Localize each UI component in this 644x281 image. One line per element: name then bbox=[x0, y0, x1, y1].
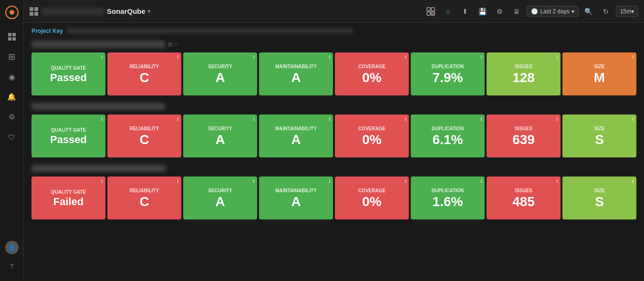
metric-value-size: M bbox=[594, 71, 605, 84]
metric-card-security-p2: ℹSecurityA bbox=[183, 114, 257, 157]
metric-value-issues: 128 bbox=[512, 71, 535, 84]
star-button[interactable]: ☆ bbox=[441, 4, 455, 19]
sidebar-item-dashboard[interactable]: ⊞ bbox=[3, 48, 21, 65]
metric-info-icon-3[interactable]: ℹ bbox=[329, 116, 331, 122]
metric-card-quality-gate-p2: ℹQuality GatePassed bbox=[31, 114, 105, 157]
metric-info-icon-2[interactable]: ℹ bbox=[253, 54, 255, 60]
sidebar-logo[interactable] bbox=[4, 5, 20, 20]
metric-info-icon-4[interactable]: ℹ bbox=[405, 116, 406, 122]
metric-label-quality-gate: Quality Gate bbox=[51, 65, 86, 71]
main-area: SonarQube ▾ ☆ ⬆ 💾 ⚙ 🖥 🕐 Last 2 days bbox=[24, 0, 644, 281]
metric-info-icon-5[interactable]: ℹ bbox=[480, 54, 482, 60]
metric-info-icon-6[interactable]: ℹ bbox=[556, 178, 558, 184]
metric-card-duplication-p3: ℹDuplication1.6% bbox=[411, 177, 485, 219]
sidebar-bottom: 👤 ? bbox=[3, 239, 21, 276]
metric-label-size: Size bbox=[594, 64, 604, 69]
metric-label-duplication: Duplication bbox=[432, 126, 464, 131]
metric-info-icon-2[interactable]: ℹ bbox=[253, 116, 255, 122]
metric-info-icon-7[interactable]: ℹ bbox=[632, 116, 634, 122]
metric-value-quality-gate: Passed bbox=[50, 135, 87, 145]
metric-value-duplication: 7.9% bbox=[433, 71, 463, 84]
settings-button[interactable]: ⚙ bbox=[492, 4, 507, 19]
metric-info-icon-6[interactable]: ℹ bbox=[556, 116, 558, 122]
metric-info-icon-4[interactable]: ℹ bbox=[405, 54, 406, 60]
metric-info-icon-7[interactable]: ℹ bbox=[632, 178, 634, 184]
project-header-1: ⊞ □ bbox=[31, 39, 636, 50]
topbar: SonarQube ▾ ☆ ⬆ 💾 ⚙ 🖥 🕐 Last 2 days bbox=[24, 0, 644, 23]
metric-info-icon-1[interactable]: ℹ bbox=[177, 116, 179, 122]
metric-label-maintainability: Maintainability bbox=[275, 188, 317, 193]
metric-info-icon-7[interactable]: ℹ bbox=[632, 54, 634, 60]
chevron-down-icon: ▾ bbox=[571, 8, 574, 15]
metric-info-icon-3[interactable]: ℹ bbox=[329, 54, 331, 60]
metric-info-icon-4[interactable]: ℹ bbox=[405, 178, 406, 184]
metric-label-reliability: Reliability bbox=[130, 188, 159, 193]
metric-value-reliability: C bbox=[139, 195, 149, 208]
metric-value-coverage: 0% bbox=[362, 133, 381, 146]
save-button[interactable]: 💾 bbox=[475, 4, 489, 19]
metric-info-icon-1[interactable]: ℹ bbox=[177, 178, 179, 184]
metric-info-icon-5[interactable]: ℹ bbox=[480, 116, 482, 122]
sidebar-item-settings[interactable]: ⚙ bbox=[3, 108, 21, 125]
chevron-down-icon-2: ▾ bbox=[631, 8, 634, 15]
project-icon-1a[interactable]: ⊞ bbox=[168, 41, 173, 48]
add-panel-button[interactable] bbox=[424, 4, 438, 19]
sidebar-item-apps[interactable] bbox=[3, 28, 21, 45]
metric-info-icon-1[interactable]: ℹ bbox=[177, 54, 179, 60]
metric-value-security: A bbox=[215, 195, 225, 208]
metric-info-icon-5[interactable]: ℹ bbox=[480, 178, 482, 184]
sidebar: ⊞ ◉ 🔔 ⚙ 🛡 👤 ? bbox=[0, 0, 24, 281]
metric-label-security: Security bbox=[208, 64, 232, 69]
share-button[interactable]: ⬆ bbox=[458, 4, 472, 19]
metric-label-reliability: Reliability bbox=[130, 126, 159, 131]
metric-info-icon-3[interactable]: ℹ bbox=[329, 178, 331, 184]
metric-card-duplication-p1: ℹDuplication7.9% bbox=[411, 52, 485, 95]
sidebar-item-shield[interactable]: 🛡 bbox=[3, 128, 21, 146]
project-section-2: ℹQuality GatePassedℹReliabilityCℹSecurit… bbox=[31, 101, 636, 157]
metric-info-icon-6[interactable]: ℹ bbox=[556, 54, 558, 60]
content-area: Project Key ⊞ □ ℹQuality GatePassedℹReli… bbox=[24, 23, 644, 281]
metric-info-icon-2[interactable]: ℹ bbox=[253, 178, 255, 184]
metric-value-security: A bbox=[215, 71, 225, 84]
metrics-grid-2: ℹQuality GatePassedℹReliabilityCℹSecurit… bbox=[31, 114, 636, 157]
sidebar-item-bell[interactable]: 🔔 bbox=[3, 88, 21, 105]
metric-label-coverage: Coverage bbox=[358, 64, 385, 69]
metric-value-maintainability: A bbox=[291, 195, 301, 208]
metric-card-size-p2: ℹSizeS bbox=[562, 114, 636, 157]
metric-value-coverage: 0% bbox=[362, 71, 381, 84]
user-avatar[interactable]: 👤 bbox=[5, 241, 19, 254]
metric-info-icon-0[interactable]: ℹ bbox=[101, 54, 103, 60]
metric-card-reliability-p1: ℹReliabilityC bbox=[107, 52, 181, 95]
metric-value-reliability: C bbox=[139, 71, 149, 84]
metric-info-icon-0[interactable]: ℹ bbox=[101, 116, 103, 122]
metric-card-reliability-p2: ℹReliabilityC bbox=[107, 114, 181, 157]
metric-value-issues: 485 bbox=[512, 195, 535, 208]
sidebar-item-help[interactable]: ? bbox=[3, 258, 21, 275]
metric-info-icon-0[interactable]: ℹ bbox=[101, 178, 103, 184]
refresh-interval-selector[interactable]: 15m ▾ bbox=[616, 6, 638, 17]
search-button[interactable]: 🔍 bbox=[582, 4, 596, 19]
metric-label-coverage: Coverage bbox=[358, 126, 385, 131]
refresh-button[interactable]: ↻ bbox=[599, 4, 613, 19]
metric-card-issues-p2: ℹIssues639 bbox=[487, 114, 561, 157]
project-key-bar: Project Key bbox=[31, 28, 636, 34]
time-range-selector[interactable]: 🕐 Last 2 days ▾ bbox=[527, 6, 578, 17]
metric-card-size-p3: ℹSizeS bbox=[562, 177, 636, 219]
screen-button[interactable]: 🖥 bbox=[509, 4, 524, 19]
clock-icon: 🕐 bbox=[531, 8, 538, 15]
apps-grid-icon[interactable] bbox=[30, 7, 38, 16]
metric-card-coverage-p2: ℹCoverage0% bbox=[335, 114, 409, 157]
sidebar-item-compass[interactable]: ◉ bbox=[3, 68, 21, 85]
svg-point-1 bbox=[10, 10, 14, 15]
svg-rect-3 bbox=[431, 8, 435, 11]
topbar-actions: ☆ ⬆ 💾 ⚙ 🖥 🕐 Last 2 days ▾ 🔍 ↻ 15m ▾ bbox=[424, 4, 638, 19]
metric-card-issues-p1: ℹIssues128 bbox=[487, 52, 561, 95]
topbar-dropdown-arrow[interactable]: ▾ bbox=[147, 8, 151, 15]
project-icon-1b[interactable]: □ bbox=[175, 41, 178, 48]
metric-label-issues: Issues bbox=[515, 64, 532, 69]
metric-value-maintainability: A bbox=[291, 133, 301, 146]
project-section-3: ℹQuality GateFailedℹReliabilityCℹSecurit… bbox=[31, 163, 636, 219]
metric-label-size: Size bbox=[594, 188, 604, 193]
metric-value-duplication: 1.6% bbox=[433, 195, 463, 208]
metric-label-quality-gate: Quality Gate bbox=[51, 127, 86, 133]
